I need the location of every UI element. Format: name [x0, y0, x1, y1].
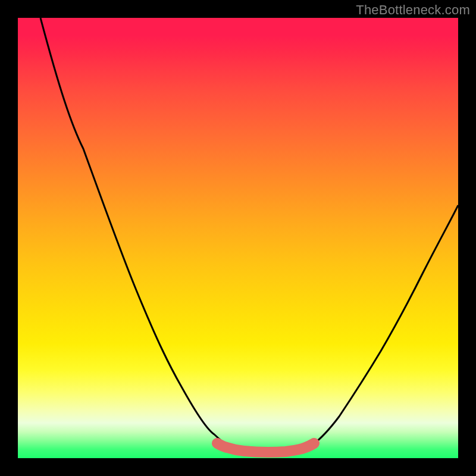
red-plateau — [217, 443, 314, 452]
plot-area — [18, 18, 458, 458]
black-curve — [40, 18, 458, 449]
watermark-text: TheBottleneck.com — [356, 2, 470, 18]
chart-frame: TheBottleneck.com — [0, 0, 476, 476]
curve-layer — [18, 18, 458, 458]
